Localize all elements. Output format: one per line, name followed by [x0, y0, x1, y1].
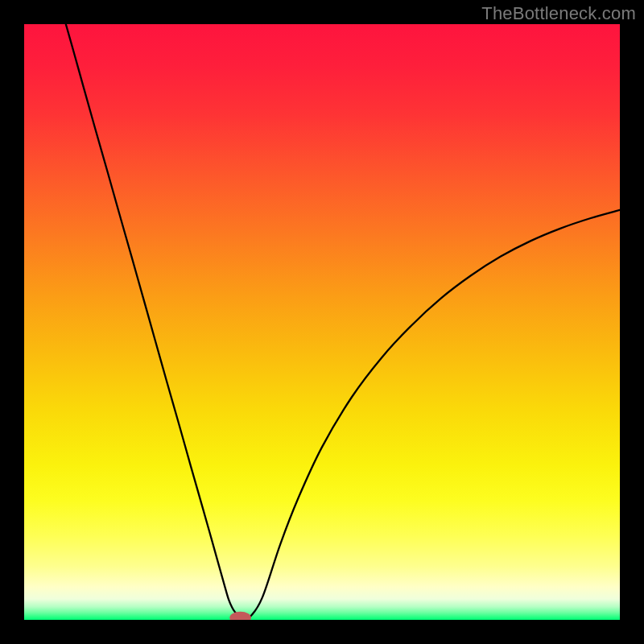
- attribution-text: TheBottleneck.com: [481, 3, 636, 24]
- plot-svg: [24, 24, 620, 620]
- plot-area: [24, 24, 620, 620]
- gradient-background: [24, 24, 620, 620]
- chart-frame: TheBottleneck.com: [0, 0, 644, 644]
